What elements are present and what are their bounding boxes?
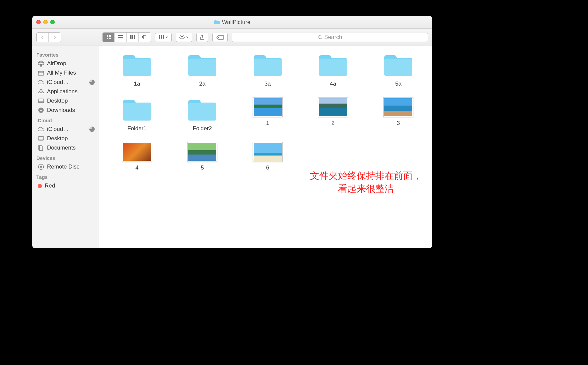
sidebar-item-label: Desktop bbox=[47, 135, 68, 142]
item-label: 6 bbox=[266, 165, 269, 171]
sidebar-item-icloud-drive[interactable]: iCloud… bbox=[32, 78, 99, 87]
folder-icon bbox=[317, 53, 349, 78]
view-column-button[interactable] bbox=[127, 33, 139, 42]
sidebar-item-remote-disc[interactable]: Remote Disc bbox=[32, 162, 99, 172]
search-placeholder: Search bbox=[324, 34, 342, 41]
image-thumbnail bbox=[318, 97, 348, 117]
list-view-icon bbox=[118, 35, 123, 39]
action-button[interactable] bbox=[176, 33, 192, 42]
disc-icon bbox=[38, 164, 44, 170]
sidebar-item-label: Desktop bbox=[47, 98, 68, 104]
sidebar-item-tag-red[interactable]: Red bbox=[32, 181, 99, 190]
sidebar-item-label: Red bbox=[45, 182, 55, 189]
sidebar-item-airdrop[interactable]: AirDrop bbox=[32, 59, 99, 68]
svg-line-24 bbox=[180, 35, 181, 36]
zoom-button[interactable] bbox=[50, 20, 55, 24]
image-item[interactable]: 1 bbox=[238, 97, 298, 132]
svg-rect-2 bbox=[107, 38, 108, 39]
folder-icon bbox=[186, 97, 218, 123]
cloud-icon bbox=[38, 79, 44, 86]
tags-button[interactable] bbox=[212, 33, 228, 42]
view-list-button[interactable] bbox=[115, 33, 127, 42]
minimize-button[interactable] bbox=[43, 20, 48, 24]
svg-rect-12 bbox=[147, 36, 147, 38]
toolbar: Search bbox=[32, 29, 432, 46]
window-title: WallPicture bbox=[32, 19, 432, 26]
sidebar-item-documents[interactable]: Documents bbox=[32, 143, 99, 153]
svg-rect-11 bbox=[143, 35, 146, 39]
desktop-icon bbox=[38, 135, 44, 142]
chevron-left-icon bbox=[41, 35, 44, 40]
folder-item[interactable]: 3a bbox=[238, 53, 298, 87]
documents-icon bbox=[38, 145, 44, 151]
svg-line-27 bbox=[183, 35, 184, 36]
sidebar-section-tags: Tags bbox=[32, 172, 99, 181]
image-thumbnail bbox=[253, 142, 283, 162]
icon-view-icon bbox=[106, 35, 111, 40]
sidebar-item-allmyfiles[interactable]: All My Files bbox=[32, 68, 99, 78]
svg-rect-0 bbox=[107, 35, 108, 37]
svg-rect-17 bbox=[161, 37, 162, 39]
share-button[interactable] bbox=[196, 33, 208, 42]
svg-rect-34 bbox=[38, 71, 44, 75]
folder-icon bbox=[186, 53, 218, 78]
image-item[interactable]: 3 bbox=[368, 97, 428, 132]
content-area[interactable]: 1a2a3a4a5aFolder1Folder2123456 文件夹始终保持排在… bbox=[99, 46, 432, 248]
folder-icon bbox=[214, 20, 220, 25]
close-button[interactable] bbox=[36, 20, 41, 24]
tag-icon bbox=[216, 35, 224, 40]
folder-icon bbox=[252, 53, 284, 78]
arrange-button[interactable] bbox=[155, 33, 172, 42]
sync-progress-icon bbox=[89, 127, 95, 132]
folder-item[interactable]: Folder1 bbox=[107, 97, 167, 132]
sidebar-item-desktop-2[interactable]: Desktop bbox=[32, 134, 99, 143]
sidebar-item-applications[interactable]: Applications bbox=[32, 87, 99, 96]
svg-rect-4 bbox=[118, 35, 123, 36]
svg-point-19 bbox=[181, 36, 183, 38]
search-field[interactable]: Search bbox=[232, 33, 428, 42]
image-item[interactable]: 2 bbox=[303, 97, 363, 132]
svg-point-31 bbox=[40, 63, 42, 65]
folder-item[interactable]: Folder2 bbox=[172, 97, 232, 132]
annotation-text: 文件夹始终保持排在前面， 看起来很整洁 bbox=[310, 169, 422, 195]
annotation-line-2: 看起来很整洁 bbox=[310, 182, 422, 195]
svg-rect-7 bbox=[130, 35, 132, 39]
traffic-lights bbox=[36, 20, 55, 24]
sidebar-item-label: iCloud… bbox=[47, 79, 69, 86]
gear-icon bbox=[179, 35, 185, 40]
folder-item[interactable]: 2a bbox=[172, 53, 232, 87]
folder-icon bbox=[121, 97, 153, 123]
view-icon-button[interactable] bbox=[103, 33, 115, 42]
image-item[interactable]: 6 bbox=[238, 142, 298, 171]
sidebar-item-desktop[interactable]: Desktop bbox=[32, 96, 99, 106]
image-thumbnail bbox=[253, 97, 283, 117]
sidebar-item-downloads[interactable]: Downloads bbox=[32, 106, 99, 115]
svg-rect-3 bbox=[109, 38, 111, 39]
image-item[interactable]: 5 bbox=[172, 142, 232, 171]
allmyfiles-icon bbox=[38, 70, 44, 76]
folder-icon bbox=[382, 53, 414, 78]
image-thumbnail bbox=[383, 97, 413, 117]
folder-item[interactable]: 5a bbox=[368, 53, 428, 87]
sidebar-section-devices: Devices bbox=[32, 153, 99, 162]
item-label: 5a bbox=[395, 81, 402, 87]
folder-item[interactable]: 1a bbox=[107, 53, 167, 87]
chevron-down-icon bbox=[186, 36, 189, 38]
view-gallery-button[interactable] bbox=[139, 33, 151, 42]
svg-rect-36 bbox=[38, 99, 44, 103]
sidebar-item-label: All My Files bbox=[47, 70, 76, 76]
sidebar-item-label: AirDrop bbox=[47, 60, 66, 67]
item-label: 1a bbox=[134, 81, 140, 87]
back-button[interactable] bbox=[37, 33, 49, 42]
sidebar-item-label: iCloud… bbox=[47, 126, 69, 133]
svg-rect-39 bbox=[38, 137, 44, 140]
nav-buttons bbox=[36, 32, 61, 42]
chevron-down-icon bbox=[165, 36, 168, 38]
svg-point-32 bbox=[39, 62, 43, 66]
sidebar-item-icloud-drive-2[interactable]: iCloud… bbox=[32, 125, 99, 134]
search-icon bbox=[318, 35, 322, 40]
image-item[interactable]: 4 bbox=[107, 142, 167, 171]
forward-button[interactable] bbox=[49, 33, 61, 42]
image-thumbnail bbox=[187, 142, 217, 162]
folder-item[interactable]: 4a bbox=[303, 53, 363, 87]
